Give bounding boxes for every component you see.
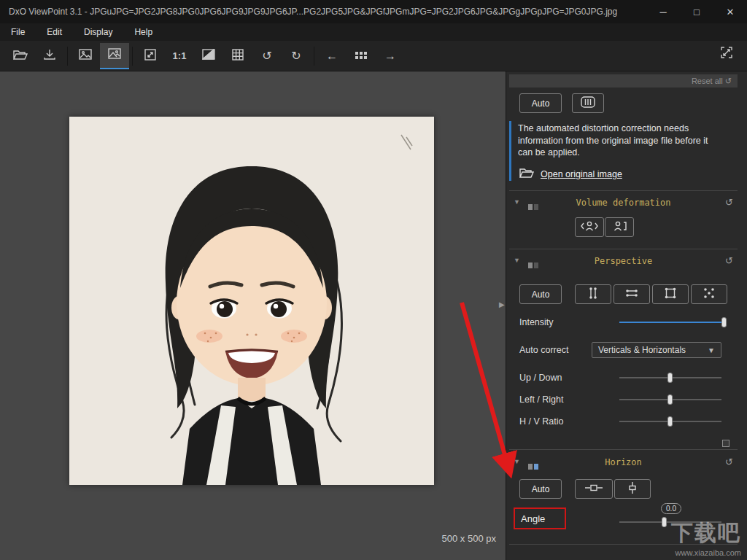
- toolbar-separator: [67, 47, 68, 66]
- left-right-slider-thumb[interactable]: [667, 394, 673, 405]
- left-right-label: Left / Right: [519, 394, 563, 405]
- zoom-1-1-button[interactable]: 1:1: [165, 43, 194, 69]
- chevron-down-icon: ▼: [708, 346, 715, 354]
- up-down-label: Up / Down: [519, 373, 562, 383]
- divider: [509, 190, 738, 191]
- eight-point-button[interactable]: [691, 284, 727, 304]
- close-button[interactable]: ✕: [713, 0, 747, 23]
- distortion-mode-button[interactable]: [572, 93, 604, 113]
- angle-label: Angle: [521, 513, 545, 524]
- auto-correct-value: Verticals & Horizontals: [598, 345, 686, 355]
- auto-correct-dropdown[interactable]: Verticals & Horizontals ▼: [592, 342, 721, 358]
- section-enable-icon[interactable]: [528, 459, 538, 472]
- open-folder-button[interactable]: [6, 43, 35, 69]
- auto-perspective-button[interactable]: Auto: [519, 284, 562, 304]
- hv-ratio-slider-thumb[interactable]: [667, 416, 673, 427]
- auto-horizon-button[interactable]: Auto: [519, 479, 562, 499]
- volume-diagonal-button[interactable]: [605, 217, 634, 237]
- toolbar-separator: [132, 47, 133, 66]
- fullscreen-icon: [721, 47, 732, 61]
- arrow-left-icon: ←: [326, 50, 338, 63]
- photo-preview[interactable]: [69, 117, 434, 485]
- intensity-label: Intensity: [519, 317, 554, 327]
- equalizer-icon: [581, 96, 595, 110]
- force-rectangle-button[interactable]: [652, 284, 689, 304]
- chevron-down-icon[interactable]: ▼: [514, 458, 520, 465]
- chevron-down-icon[interactable]: ▼: [514, 257, 520, 264]
- horizon-title: Horizon: [509, 456, 738, 469]
- minimize-button[interactable]: ─: [646, 0, 680, 23]
- open-folder-icon: [13, 49, 28, 63]
- thumbnail-view-button[interactable]: [71, 43, 100, 69]
- volume-deformation-header: ▼ Volume deformation ↺: [509, 196, 738, 209]
- chevron-down-icon[interactable]: ▼: [514, 198, 520, 206]
- menu-help[interactable]: Help: [123, 23, 163, 41]
- intensity-slider-thumb[interactable]: [721, 317, 727, 327]
- grid-overlay-button[interactable]: [223, 43, 252, 69]
- perspective-header: ▼ Perspective ↺: [509, 254, 738, 268]
- rotate-right-icon: ↻: [291, 49, 301, 63]
- reset-volume-icon[interactable]: ↺: [725, 196, 733, 209]
- fullscreen-button[interactable]: [712, 41, 741, 67]
- panel-collapse-handle[interactable]: ▶: [499, 300, 505, 308]
- force-horizontal-button[interactable]: [614, 284, 650, 304]
- menu-edit[interactable]: Edit: [36, 23, 73, 41]
- vertical-level-icon: [627, 481, 638, 497]
- hv-ratio-slider[interactable]: [619, 416, 721, 427]
- rotate-left-button[interactable]: ↺: [252, 43, 282, 69]
- hv-ratio-label: H / V Ratio: [519, 416, 563, 427]
- vertical-level-button[interactable]: [614, 479, 651, 499]
- notice-accent-bar: [509, 121, 511, 181]
- person-h-correction-icon: [581, 220, 598, 234]
- auto-correct-label: Auto correct: [519, 345, 568, 355]
- up-down-slider[interactable]: [619, 372, 721, 384]
- notice-text: The automated distortion correction need…: [518, 122, 721, 159]
- fit-view-icon: [144, 49, 156, 63]
- points-pattern-icon: [703, 287, 716, 302]
- next-image-button[interactable]: →: [376, 43, 405, 69]
- section-enable-icon[interactable]: [528, 200, 538, 213]
- open-original-image-link[interactable]: Open original image: [519, 167, 622, 182]
- rectangle-corners-icon: [664, 287, 677, 302]
- compare-button[interactable]: [194, 43, 223, 69]
- contact-sheet-button[interactable]: [347, 43, 376, 69]
- previous-image-button[interactable]: ←: [317, 43, 347, 69]
- image-view-button[interactable]: [100, 43, 129, 69]
- horizon-level-button[interactable]: [575, 479, 613, 499]
- force-vertical-button[interactable]: [575, 284, 611, 304]
- fit-view-button[interactable]: [136, 43, 165, 69]
- title-bar: DxO ViewPoint 3.1 - JPGuJPG=JPG2JPG8JPG0…: [0, 0, 747, 23]
- reset-perspective-icon[interactable]: ↺: [725, 254, 733, 268]
- angle-slider-thumb[interactable]: [662, 517, 667, 527]
- arrow-right-icon: →: [384, 50, 396, 63]
- open-original-image-label: Open original image: [541, 169, 622, 179]
- auto-distortion-button[interactable]: Auto: [519, 93, 562, 113]
- maximize-button[interactable]: □: [680, 0, 713, 23]
- up-down-slider-thumb[interactable]: [667, 373, 673, 383]
- left-right-slider[interactable]: [619, 394, 721, 405]
- reset-all-button[interactable]: Reset all ↺: [509, 74, 738, 88]
- folder-icon: [519, 167, 534, 182]
- angle-slider[interactable]: [619, 516, 721, 528]
- toolbar-separator: [314, 47, 314, 66]
- angle-label-highlight: Angle: [514, 508, 566, 529]
- menu-display[interactable]: Display: [73, 23, 123, 41]
- volume-horizontal-button[interactable]: [575, 217, 604, 237]
- menu-file[interactable]: File: [0, 23, 36, 41]
- export-icon: [43, 49, 56, 63]
- rotate-left-icon: ↺: [262, 49, 271, 63]
- divider: [509, 449, 738, 450]
- intensity-slider[interactable]: [619, 316, 727, 328]
- section-enable-icon[interactable]: [528, 258, 538, 271]
- rotate-right-button[interactable]: ↻: [282, 43, 311, 69]
- menu-bar: File Edit Display Help: [0, 23, 747, 41]
- person-d-correction-icon: [611, 220, 627, 234]
- perspective-title: Perspective: [509, 254, 738, 268]
- reset-horizon-icon[interactable]: ↺: [725, 456, 733, 469]
- image-size-label: 500 x 500 px: [409, 533, 496, 544]
- thumbnail-image-icon: [79, 49, 92, 63]
- scroll-indicator[interactable]: [722, 440, 729, 447]
- image-view-icon: [108, 48, 121, 62]
- divider: [509, 544, 738, 545]
- export-button[interactable]: [35, 43, 64, 69]
